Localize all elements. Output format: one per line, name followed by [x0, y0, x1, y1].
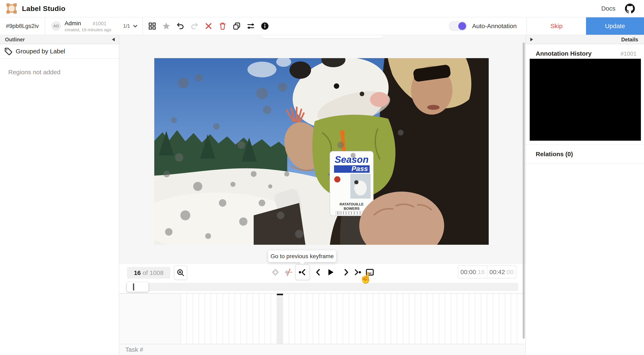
frame-options-icon	[365, 268, 374, 277]
frame-separator: of	[143, 269, 148, 276]
app-title: Label Studio	[22, 4, 66, 13]
details-panel: Details Annotation History #1001 Relatio…	[525, 35, 644, 355]
add-keyframe-button[interactable]	[270, 267, 280, 277]
chevron-down-icon	[132, 22, 139, 29]
prev-keyframe-icon	[298, 268, 307, 277]
details-header: Details	[526, 35, 644, 44]
annotation-pager[interactable]: 1/1	[123, 17, 139, 35]
add-keyframe-icon	[271, 268, 280, 277]
prev-frame-button[interactable]	[313, 267, 323, 277]
playhead-column	[277, 294, 283, 344]
reject-icon[interactable]	[204, 21, 213, 31]
current-time-field[interactable]: 00:00:16	[458, 266, 487, 278]
play-icon	[326, 268, 335, 277]
frames-timeline	[119, 293, 525, 344]
timeline-frames-grid[interactable]	[180, 294, 517, 344]
annotation-history-thumbnail[interactable]	[530, 59, 641, 141]
task-number-label: Task #	[125, 346, 143, 353]
frame-total: 1008	[150, 269, 164, 276]
current-time-frames: :16	[476, 269, 485, 276]
prev-frame-icon	[314, 268, 322, 277]
frame-current: 16	[134, 269, 140, 276]
docs-link[interactable]: Docs	[601, 5, 616, 12]
settings-icon[interactable]	[246, 21, 256, 31]
playhead-handle[interactable]	[277, 294, 283, 295]
badge-name-line2: BOWERS	[344, 207, 360, 211]
outliner-header: Outliner	[0, 35, 119, 44]
annotation-toolbar: #9pb8Lgs2iv AD Admin #1001 created, 19 m…	[0, 17, 644, 35]
skip-button[interactable]: Skip	[526, 17, 586, 35]
tag-icon	[4, 47, 12, 55]
video-canvas[interactable]: Season Pass RATATOUILLE BOWERS	[154, 58, 489, 245]
github-icon[interactable]	[625, 3, 635, 13]
seekbar-row	[119, 281, 525, 293]
video-controls: 16 of 1008	[119, 264, 525, 281]
annotation-selector[interactable]: AD Admin #1001 created, 19 minutes ago 1…	[45, 17, 143, 35]
season-pass-badge: Season Pass RATATOUILLE BOWERS	[330, 151, 373, 216]
toolbar-actions	[148, 17, 270, 35]
created-timestamp: created, 19 minutes ago	[64, 27, 111, 32]
prev-keyframe-button[interactable]: ☝	[295, 264, 310, 280]
auto-annotation-toggle[interactable]	[449, 21, 467, 31]
next-keyframe-button[interactable]	[352, 267, 362, 277]
update-button[interactable]: Update	[586, 17, 644, 35]
task-footer: Task #	[119, 344, 525, 355]
expand-right-icon[interactable]	[530, 38, 533, 41]
play-button[interactable]	[326, 267, 336, 277]
star-icon[interactable]	[162, 21, 171, 31]
duration-frames: :00	[505, 269, 514, 276]
zoom-in-button[interactable]	[174, 265, 187, 280]
annotation-id: #1001	[92, 21, 106, 26]
badge-title-line2: Pass	[352, 165, 368, 173]
outliner-panel: Outliner Grouped by Label Regions not ad…	[0, 35, 119, 355]
info-icon[interactable]	[260, 21, 270, 31]
auto-annotation-control: Auto-Annotation	[449, 17, 517, 35]
current-time: 00:00	[460, 269, 476, 276]
app-header: Label Studio Docs	[0, 0, 644, 17]
badge-name-line1: RATATOUILLE	[340, 202, 364, 206]
annotation-history-title: Annotation History	[536, 50, 592, 57]
pager-count: 1/1	[123, 23, 130, 29]
tooltip: Go to previous keyframe	[268, 250, 336, 262]
task-id[interactable]: #9pb8Lgs2iv	[0, 17, 45, 35]
interpolation-icon	[284, 268, 293, 277]
group-by-label-selector[interactable]: Grouped by Label	[0, 44, 119, 59]
grid-view-icon[interactable]	[148, 21, 157, 31]
toggle-knob	[458, 22, 466, 30]
delete-icon[interactable]	[218, 21, 227, 31]
main-stage: Season Pass RATATOUILLE BOWERS	[119, 35, 525, 355]
zoom-in-icon	[176, 268, 185, 277]
avatar: AD	[51, 21, 61, 31]
frame-counter[interactable]: 16 of 1008	[127, 267, 170, 279]
collapse-left-icon[interactable]	[112, 38, 115, 41]
group-mode-label: Grouped by Label	[16, 48, 65, 55]
user-name: Admin	[64, 20, 81, 27]
duplicate-icon[interactable]	[232, 21, 242, 31]
video-config-bar	[262, 35, 383, 38]
annotation-history-id: #1001	[620, 50, 636, 57]
timecodes: 00:00:16 00:42:00	[458, 265, 516, 279]
next-frame-button[interactable]	[341, 267, 351, 277]
undo-icon[interactable]	[176, 21, 185, 31]
tooltip-text: Go to previous keyframe	[270, 253, 334, 260]
timeline-gutter	[119, 294, 180, 344]
seekbar-position-indicator	[133, 283, 134, 291]
seekbar-track[interactable]	[126, 283, 518, 291]
toggle-interpolation-button[interactable]	[284, 267, 294, 277]
frame-options-button[interactable]	[365, 267, 375, 277]
next-frame-icon	[342, 268, 351, 277]
outliner-title: Outliner	[5, 37, 25, 43]
vertical-scrollbar[interactable]	[523, 42, 525, 339]
auto-annotation-label: Auto-Annotation	[472, 22, 517, 29]
relations-section[interactable]: Relations (0)	[526, 144, 644, 164]
redo-icon[interactable]	[190, 21, 199, 31]
details-title: Details	[621, 37, 638, 43]
duration-field[interactable]: 00:42:00	[487, 266, 516, 278]
regions-empty-message: Regions not added	[0, 59, 119, 76]
duration-time: 00:42	[490, 269, 505, 276]
seekbar-viewport-handle[interactable]	[127, 282, 148, 292]
label-studio-logo-icon	[6, 3, 18, 14]
next-keyframe-icon	[353, 268, 362, 277]
